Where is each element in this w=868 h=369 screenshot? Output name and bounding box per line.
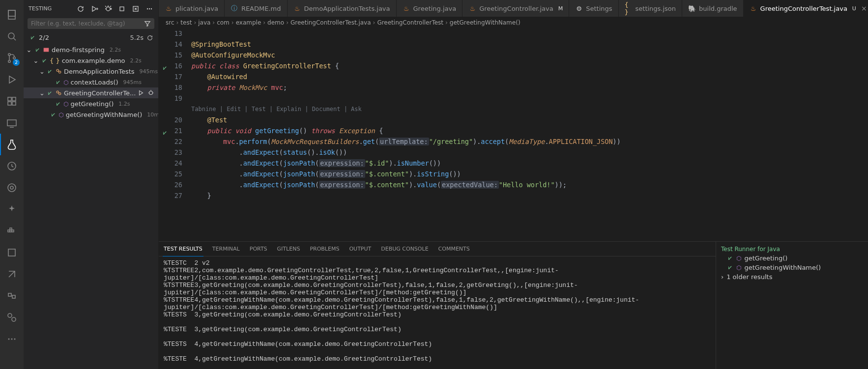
editor-tab[interactable]: ♨Greeting.java — [397, 0, 463, 17]
panel-tab[interactable]: TERMINAL — [211, 242, 241, 256]
debug-tests-icon[interactable] — [104, 5, 112, 13]
editor-tab[interactable]: ♨DemoApplicationTests.java — [288, 0, 397, 17]
test-tree-item[interactable]: ⌄🗸GreetingControllerTe... — [24, 87, 158, 98]
close-icon[interactable]: × — [861, 4, 867, 12]
more-icon[interactable] — [145, 5, 153, 13]
twistie-icon[interactable]: ⌄ — [26, 46, 32, 54]
activity-other-icon[interactable] — [0, 155, 24, 177]
runner-item-label[interactable]: getGreetingWithName() — [744, 264, 821, 271]
test-tree-item[interactable]: ⌄🗸DemoApplicationTests945ms — [24, 66, 158, 77]
breadcrumb-item[interactable]: demo — [267, 19, 284, 26]
coverage-icon[interactable] — [157, 89, 158, 96]
test-tree-item[interactable]: 🗸⬡getGreetingWithName()10ms — [24, 109, 158, 120]
tab-label: GreetingController.java — [479, 5, 553, 12]
test-tree-item[interactable]: ⌄🗸demo-firstspring2.2s — [24, 44, 158, 55]
code-line[interactable]: } — [191, 190, 868, 201]
run-icon[interactable] — [138, 89, 145, 96]
editor-tabs[interactable]: ♨plication.javaⓘREADME.md♨DemoApplicatio… — [159, 0, 868, 17]
editor-tab[interactable]: ⚙Settings — [569, 0, 618, 17]
activity-other4-icon[interactable] — [0, 263, 24, 285]
breadcrumb-item[interactable]: com — [217, 19, 230, 26]
gutter-pass-icon[interactable]: 🗸 — [162, 129, 168, 137]
code-line[interactable]: public class GreetingControllerTest { — [191, 60, 868, 71]
panel-tab[interactable]: PORTS — [249, 242, 268, 256]
test-filter-input[interactable] — [28, 19, 141, 28]
editor-tab[interactable]: ♨plication.java — [159, 0, 225, 17]
test-filter[interactable] — [28, 18, 154, 29]
activity-other3-icon[interactable] — [0, 242, 24, 263]
breadcrumb-item[interactable]: test — [180, 19, 192, 26]
activity-scm-icon[interactable]: 2 — [0, 47, 24, 69]
code-line[interactable] — [191, 28, 868, 39]
code-line[interactable]: .andExpect(jsonPath(expression:"$.conten… — [191, 179, 868, 190]
code-editor[interactable]: 🗸🗸 13141516171819 2021222324252627 @Spri… — [159, 28, 868, 241]
code-line[interactable] — [191, 93, 868, 104]
stop-icon[interactable] — [118, 5, 126, 13]
code-line[interactable]: @AutoConfigureMockMvc — [191, 50, 868, 60]
clear-icon[interactable] — [132, 5, 140, 13]
test-results-output[interactable]: %TESTC 2 v2 %TSTTREE2,com.example.demo.G… — [159, 256, 716, 369]
editor-tab[interactable]: 🐘build.gradle — [682, 0, 744, 17]
panel-tab[interactable]: TEST RESULTS — [163, 242, 203, 256]
test-tree[interactable]: ⌄🗸demo-firstspring2.2s⌄🗸{ }com.example.d… — [24, 44, 158, 120]
run-tests-icon[interactable] — [90, 5, 98, 13]
chevron-right-icon[interactable]: › — [721, 273, 723, 281]
older-results-label[interactable]: 1 older results — [726, 273, 772, 281]
activity-testing-icon[interactable] — [0, 134, 24, 155]
test-tree-item[interactable]: 🗸⬡contextLoads()945ms — [24, 77, 158, 87]
breadcrumbs[interactable]: src›test›java›com›example›demo›GreetingC… — [159, 17, 868, 28]
activity-remote-icon[interactable] — [0, 112, 24, 134]
breadcrumb-item[interactable]: example — [236, 19, 261, 26]
editor-tab[interactable]: { }settings.json — [619, 0, 683, 17]
twistie-icon[interactable] — [46, 79, 53, 86]
activity-explorer-icon[interactable] — [0, 4, 24, 26]
code-line[interactable]: private MockMvc mvc; — [191, 82, 868, 93]
activity-more-icon[interactable] — [0, 328, 24, 350]
code-line[interactable]: @SpringBootTest — [191, 39, 868, 50]
editor-tab[interactable]: ♨GreetingControllerTest.javaU× — [744, 0, 868, 17]
activity-other6-icon[interactable] — [0, 307, 24, 328]
activity-search-icon[interactable] — [0, 26, 24, 47]
java-icon: ♨ — [403, 4, 410, 12]
activity-sparkle-icon[interactable] — [0, 199, 24, 220]
code-line[interactable]: @Autowired — [191, 71, 868, 82]
breadcrumb-item[interactable]: GreetingControllerTest.java — [290, 19, 371, 26]
twistie-icon[interactable]: ⌄ — [39, 89, 45, 97]
editor-tab[interactable]: ♨GreetingController.javaM — [463, 0, 569, 17]
panel-tab[interactable]: DEBUG CONSOLE — [380, 242, 429, 256]
activity-docker-icon[interactable] — [0, 220, 24, 242]
code-line[interactable]: @Test — [191, 114, 868, 125]
panel-tab[interactable]: COMMENTS — [437, 242, 471, 256]
gutter-pass-icon[interactable]: 🗸 — [162, 64, 168, 72]
activity-run-icon[interactable] — [0, 69, 24, 90]
code-line[interactable]: public void getGreeting() throws Excepti… — [191, 125, 868, 136]
twistie-icon[interactable] — [46, 111, 48, 118]
code-line[interactable]: .andExpect(jsonPath(expression:"$.conten… — [191, 169, 868, 179]
filter-icon[interactable] — [141, 20, 154, 27]
breadcrumb-item[interactable]: GreetingControllerTest — [377, 19, 443, 26]
twistie-icon[interactable] — [46, 100, 53, 108]
breadcrumb-item[interactable]: java — [198, 19, 210, 26]
rerun-icon[interactable] — [146, 34, 153, 41]
panel-tab[interactable]: OUTPUT — [348, 242, 372, 256]
debug-icon[interactable] — [147, 89, 154, 96]
test-tree-item[interactable]: ⌄🗸{ }com.example.demo2.2s — [24, 55, 158, 66]
panel-tab[interactable]: GITLENS — [276, 242, 301, 256]
activity-extensions-icon[interactable] — [0, 90, 24, 112]
code-line[interactable]: .andExpect(jsonPath(expression:"$.id").i… — [191, 158, 868, 169]
activity-other5-icon[interactable] — [0, 285, 24, 307]
twistie-icon[interactable]: ⌄ — [39, 68, 45, 75]
activity-other2-icon[interactable] — [0, 177, 24, 199]
runner-item-label[interactable]: getGreeting() — [744, 255, 787, 262]
breadcrumb-item[interactable]: src — [166, 19, 174, 26]
twistie-icon[interactable]: ⌄ — [32, 57, 39, 64]
panel-tabs[interactable]: TEST RESULTSTERMINALPORTSGITLENSPROBLEMS… — [159, 242, 716, 256]
code-line[interactable]: mvc.perform(MockMvcRequestBuilders.get(u… — [191, 136, 868, 147]
codelens[interactable]: Tabnine | Edit | Test | Explain | Docume… — [191, 104, 868, 114]
breadcrumb-item[interactable]: getGreetingWithName() — [450, 19, 521, 26]
refresh-icon[interactable] — [77, 5, 85, 13]
code-line[interactable]: .andExpect(status().isOk()) — [191, 147, 868, 158]
editor-tab[interactable]: ⓘREADME.md — [225, 0, 288, 17]
test-tree-item[interactable]: 🗸⬡getGreeting()1.2s — [24, 98, 158, 109]
panel-tab[interactable]: PROBLEMS — [309, 242, 340, 256]
